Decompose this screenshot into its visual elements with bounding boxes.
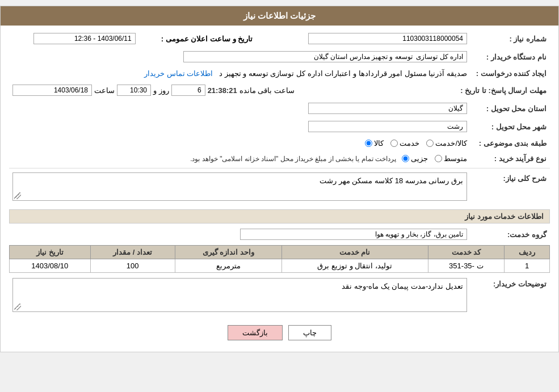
tarikh-aalan-input[interactable] [33, 33, 136, 44]
nooe-jozi-label: جزیی [411, 154, 428, 163]
col-tarikh: تاریخ نیاز [10, 246, 91, 259]
tabaqe-khedmat: خدمت [390, 139, 419, 147]
sharh-table: شرح کلی نیاز: برق رسانی مدرسه 18 کلاسه م… [9, 171, 550, 205]
grooh-table: گروه خدمت: [9, 227, 550, 242]
grooh-input[interactable] [240, 229, 467, 240]
top-info-table: شماره نیاز : تاریخ و ساعت اعلان عمومی : [9, 31, 550, 46]
col-kod: کد خدمت [428, 246, 505, 259]
tarikh-aalan-cell [9, 31, 139, 46]
mohlat-date-input[interactable] [12, 85, 92, 96]
cell-tedad: 100 [90, 259, 175, 273]
cell-radif: 1 [505, 259, 550, 273]
tabaqe-label: طبقه بندی موضوعی : [470, 137, 550, 149]
sharh-label-text: شرح کلی نیاز: [503, 174, 547, 183]
tabaqe-kala-radio[interactable] [365, 140, 372, 147]
sharh-label: شرح کلی نیاز: [470, 171, 550, 205]
rooz-input[interactable] [171, 85, 205, 96]
nooe-row: متوسط جزیی پرداخت تمام یا بخشی از مبلغ خ… [12, 154, 467, 163]
tosif-text: تعدیل ندارد-مدت پیمان یک ماه-وجه نقد [342, 282, 463, 290]
nooe-jozi: جزیی [402, 154, 428, 163]
saat-input[interactable] [117, 85, 151, 96]
nooe-radio-group: متوسط جزیی [402, 154, 467, 163]
mohlat-label: مهلت ارسال پاسخ: تا تاریخ : [457, 83, 550, 98]
tosif-label-text: توضیحات خریدار: [493, 280, 547, 288]
table-row: 1 ت -35-351 تولید، انتقال و توزیع برق مت… [10, 259, 550, 273]
tabaqe-radio-group: کالا/خدمت خدمت کالا [12, 139, 467, 147]
nooe-motavaset-radio[interactable] [435, 155, 442, 162]
shahr-cell [9, 119, 470, 134]
mohlat-cell: ساعت روز و 21:38:21 ساعت باقی مانده [9, 83, 457, 98]
nam-dastgah-input[interactable] [183, 51, 467, 62]
tosif-cell: تعدیل ندارد-مدت پیمان یک ماه-وجه نقد [9, 276, 470, 316]
ostan-cell [9, 101, 470, 116]
tabaqe-cell: کالا/خدمت خدمت کالا [9, 137, 470, 149]
tosif-table: توضیحات خریدار: تعدیل ندارد-مدت پیمان یک… [9, 276, 550, 316]
sharh-box: برق رسانی مدرسه 18 کلاسه مسکن مهر رشت [12, 172, 467, 201]
tabaqe-kala-khedmat: کالا/خدمت [426, 139, 467, 147]
tosif-label: توضیحات خریدار: [470, 276, 550, 316]
shahr-input[interactable] [308, 121, 467, 132]
shomara-niaz-input[interactable] [308, 33, 467, 44]
tabaqe-kala-khedmat-radio[interactable] [426, 140, 434, 147]
tabaqe-kala-label: کالا [374, 139, 384, 147]
content-area: شماره نیاز : تاریخ و ساعت اعلان عمومی : … [1, 26, 558, 352]
col-naam: نام خدمت [281, 246, 428, 259]
cell-kod: ت -35-351 [428, 259, 505, 273]
separator-1 [9, 168, 550, 168]
shahr-table: شهر محل تحویل : [9, 119, 550, 134]
page-wrapper: جزئیات اطلاعات نیاز شماره نیاز : تاریخ و… [0, 6, 559, 352]
tabaqe-kala-khedmat-label: کالا/خدمت [435, 139, 467, 147]
services-table: ردیف کد خدمت نام خدمت واحد اندازه گیری ت… [9, 245, 550, 273]
resize-handle-2[interactable] [14, 304, 21, 310]
cell-vahed: مترمربع [175, 259, 281, 273]
tabaqe-table: طبقه بندی موضوعی : کالا/خدمت خدمت کالا [9, 137, 550, 149]
tabaqe-khedmat-radio[interactable] [390, 140, 398, 147]
col-tedad: تعداد / مقدار [90, 246, 175, 259]
page-header: جزئیات اطلاعات نیاز [1, 6, 558, 26]
rooz-label: روز و [153, 86, 169, 95]
nam-dastgah-cell [9, 49, 470, 64]
nooe-motavaset: متوسط [435, 154, 467, 163]
page-title: جزئیات اطلاعات نیاز [243, 11, 316, 20]
tabaqe-khedmat-label: خدمت [400, 139, 419, 147]
nam-dastgah-table: نام دستگاه خریدار : [9, 49, 550, 64]
ejad-konande-cell: صدیقه آذرنیا مسئول امور قراردادها و اعتب… [9, 68, 470, 79]
shomara-niaz-cell [273, 31, 470, 46]
nooe-table: نوع فرآیند خرید : متوسط جزیی [9, 153, 550, 165]
tabaqe-kala: کالا [365, 139, 384, 147]
ejad-konande-table: ایجاد کننده درخواست : صدیقه آذرنیا مسئول… [9, 68, 550, 79]
resize-handle-1[interactable] [14, 192, 21, 199]
print-button[interactable]: چاپ [288, 325, 331, 340]
nooe-description: پرداخت تمام یا بخشی از مبلغ خریداز محل "… [190, 155, 396, 163]
cell-naam: تولید، انتقال و توزیع برق [281, 259, 428, 273]
saat-label: ساعت [94, 86, 115, 95]
col-radif: ردیف [505, 246, 550, 259]
col-vahed: واحد اندازه گیری [175, 246, 281, 259]
grooh-cell [9, 227, 470, 242]
grooh-label: گروه خدمت: [470, 227, 550, 242]
ostan-label: استان محل تحویل : [470, 101, 550, 116]
nooe-jozi-radio[interactable] [402, 155, 409, 162]
sharh-cell: برق رسانی مدرسه 18 کلاسه مسکن مهر رشت [9, 171, 470, 205]
tarikh-aalan-label: تاریخ و ساعت اعلان عمومی : [139, 31, 257, 46]
button-bar: چاپ بازگشت [9, 319, 550, 346]
sharh-text: برق رسانی مدرسه 18 کلاسه مسکن مهر رشت [320, 176, 463, 185]
nooe-label: نوع فرآیند خرید : [470, 153, 550, 165]
tosif-box: تعدیل ندارد-مدت پیمان یک ماه-وجه نقد [12, 278, 467, 312]
shahr-label: شهر محل تحویل : [470, 119, 550, 134]
baqi-saat-value: 21:38:21 [208, 86, 237, 95]
nam-dastgah-label: نام دستگاه خریدار : [470, 49, 550, 64]
ejad-konande-label: ایجاد کننده درخواست : [470, 68, 550, 79]
ostan-table: استان محل تحویل : [9, 101, 550, 116]
khadamat-section-title: اطلاعات خدمات مورد نیاز [9, 209, 550, 224]
baqi-saat-label: ساعت باقی مانده [239, 86, 295, 95]
nooe-cell: متوسط جزیی پرداخت تمام یا بخشی از مبلغ خ… [9, 153, 470, 165]
back-button[interactable]: بازگشت [228, 325, 283, 340]
ejad-konande-link[interactable]: اطلاعات تماس خریدار [144, 69, 213, 78]
cell-tarikh: 1403/08/10 [10, 259, 91, 273]
nooe-motavaset-label: متوسط [444, 154, 467, 163]
ostan-input[interactable] [308, 103, 467, 114]
ejad-konande-text: صدیقه آذرنیا مسئول امور قراردادها و اعتب… [219, 69, 467, 78]
shomara-niaz-label: شماره نیاز : [470, 31, 550, 46]
mohlat-table: مهلت ارسال پاسخ: تا تاریخ : ساعت روز و 2… [9, 83, 550, 98]
